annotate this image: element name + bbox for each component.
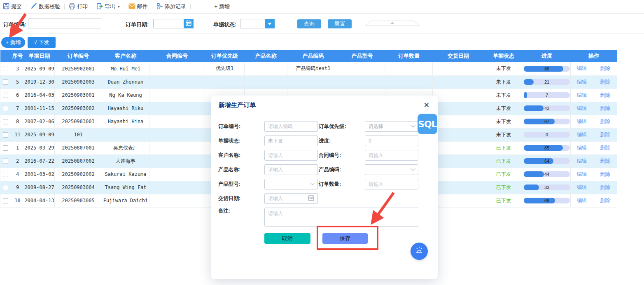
modal-header: 新增生产订单 ✕ <box>211 96 438 114</box>
cancel-button[interactable]: 取消 <box>264 233 310 244</box>
product-name-field[interactable] <box>264 164 318 175</box>
order-code-input[interactable] <box>28 19 101 28</box>
order-no-field[interactable] <box>264 121 318 132</box>
dropdown-button[interactable] <box>265 19 275 28</box>
order-date-input[interactable] <box>153 19 184 28</box>
edit-link[interactable]: 编辑 <box>577 92 587 98</box>
order-quantity-field[interactable] <box>365 179 418 189</box>
add-button[interactable]: + 新增 <box>1 37 25 48</box>
cell-date: 2001-03-02 <box>24 168 55 181</box>
edit-link[interactable]: 编辑 <box>577 105 587 111</box>
delete-link[interactable]: 删除 <box>600 119 610 124</box>
toolbar-new-button[interactable]: + 新增 <box>215 3 230 10</box>
form-field: 客户名称: <box>218 150 319 161</box>
cell-customer: Hayashi Riku <box>102 102 149 115</box>
customer-name-field[interactable] <box>264 150 318 161</box>
export-button[interactable]: 导出 ▾ <box>96 3 120 11</box>
submit-button[interactable]: 提交 <box>3 3 22 11</box>
contract-no-field[interactable] <box>365 150 418 161</box>
status-select[interactable] <box>240 19 265 28</box>
delete-link[interactable]: 删除 <box>600 105 610 111</box>
edit-link[interactable]: 编辑 <box>577 171 587 177</box>
export-icon <box>96 3 103 11</box>
cell-customer: Sakurai Kazuma <box>102 168 149 181</box>
row-checkbox[interactable] <box>3 119 8 124</box>
issue-button[interactable]: √ 下发 <box>28 37 56 48</box>
cell-order-no: 20250903002 <box>55 102 102 115</box>
edit-link[interactable]: 编辑 <box>577 119 587 124</box>
add-record-icon <box>156 3 163 11</box>
edit-link[interactable]: 编辑 <box>577 158 587 164</box>
print-button[interactable]: 打印 <box>69 3 88 11</box>
new-order-modal: 新增生产订单 ✕ 订单编号:订单优先级:请选择单据状态:进度:客户名称:合同编号… <box>211 96 438 279</box>
edit-link[interactable]: 编辑 <box>577 185 587 190</box>
priority-select[interactable]: 请选择 <box>365 121 418 132</box>
toolbar-new-label: + 新增 <box>215 3 230 10</box>
field-label: 订单数量: <box>319 181 365 188</box>
product-model-select[interactable] <box>264 179 318 189</box>
mail-button[interactable]: 邮件 <box>128 3 148 10</box>
delete-link[interactable]: 删除 <box>600 198 610 203</box>
status-badge: 已下发 <box>496 198 511 203</box>
delete-link[interactable]: 删除 <box>600 158 610 164</box>
delete-link[interactable]: 删除 <box>600 171 610 177</box>
row-checkbox[interactable] <box>3 172 8 177</box>
delete-link[interactable]: 删除 <box>600 145 610 151</box>
edit-link[interactable]: 编辑 <box>577 65 587 71</box>
row-checkbox[interactable] <box>3 159 8 164</box>
delivery-date-field[interactable]: 请输入 <box>264 193 318 204</box>
edit-link[interactable]: 编辑 <box>577 145 587 151</box>
cell-seq: 1 <box>11 141 24 154</box>
edit-link[interactable]: 编辑 <box>577 79 587 85</box>
remark-textarea[interactable] <box>264 208 419 227</box>
data-validate-label: 数据校验 <box>39 3 60 10</box>
delete-link[interactable]: 删除 <box>600 92 610 98</box>
row-checkbox[interactable] <box>3 185 8 190</box>
delete-link[interactable]: 删除 <box>600 79 610 85</box>
row-checkbox[interactable] <box>3 66 8 71</box>
row-checkbox[interactable] <box>3 79 8 85</box>
doc-status-field[interactable] <box>264 135 318 146</box>
cell-contract <box>149 102 205 115</box>
product-code-select[interactable] <box>365 164 418 175</box>
cell-customer: Duan Zhennan <box>102 75 149 89</box>
cell-delivery-date <box>433 89 484 102</box>
cell-quantity <box>385 75 433 89</box>
form-row: 产品型号:订单数量: <box>218 179 419 189</box>
cell-seq: 2 <box>11 154 24 168</box>
progress-value: 67 <box>524 119 570 124</box>
siren-icon <box>415 246 423 256</box>
cell-order-no: 20250903003 <box>55 115 102 128</box>
query-button[interactable]: 查询 <box>297 19 321 28</box>
close-icon[interactable]: ✕ <box>424 102 429 109</box>
calendar-button[interactable] <box>184 19 194 28</box>
cell-date: 2025-03-29 <box>24 141 55 154</box>
delete-link[interactable]: 删除 <box>600 185 610 190</box>
reset-button[interactable]: 重置 <box>328 19 352 28</box>
collapse-panel-toggle[interactable] <box>364 20 420 28</box>
row-checkbox[interactable] <box>3 145 8 151</box>
row-checkbox[interactable] <box>3 132 8 138</box>
row-checkbox[interactable] <box>3 106 8 111</box>
data-validate-button[interactable]: 数据校验 <box>30 3 60 11</box>
save-button[interactable]: 保存 <box>322 233 368 244</box>
filter-panel: 订单编码: 订单日期: 单据状态: 查询 重置 <box>0 14 644 34</box>
delete-link[interactable]: 删除 <box>600 132 610 138</box>
alarm-bell-button[interactable] <box>411 243 428 260</box>
edit-link[interactable]: 编辑 <box>577 132 587 138</box>
delete-link[interactable]: 删除 <box>600 65 610 71</box>
cell-delivery-date <box>433 154 484 168</box>
row-checkbox[interactable] <box>3 198 8 203</box>
column-header: 操作 <box>571 50 617 62</box>
sql-badge[interactable]: SQL <box>418 114 437 134</box>
edit-link[interactable]: 编辑 <box>577 198 587 203</box>
row-checkbox[interactable] <box>3 93 8 98</box>
progress-field[interactable] <box>365 135 418 146</box>
progress-bar: 85 <box>524 145 570 151</box>
modal-buttons: 取消 保存 <box>211 233 438 244</box>
cell-seq: 3 <box>11 62 24 75</box>
form-row: 订单编号:订单优先级:请选择 <box>218 121 419 132</box>
field-label: 合同编号: <box>319 152 365 159</box>
chevron-down-icon <box>310 181 315 185</box>
add-record-button[interactable]: 添加记录 <box>156 3 186 11</box>
